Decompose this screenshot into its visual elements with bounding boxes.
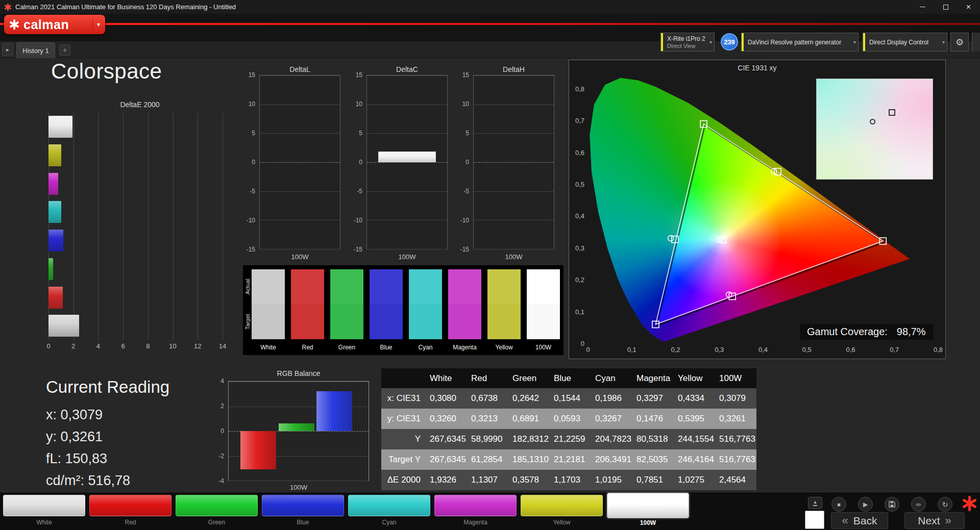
deltae-xaxis: 02468101214 (48, 342, 231, 350)
swatch-label: 100W (524, 344, 563, 351)
reading-cdm2: cd/m²: 516,78 (46, 470, 169, 492)
add-tab-button[interactable]: + (59, 44, 70, 56)
tab-history-1[interactable]: History 1 (16, 42, 55, 58)
axis-tick-label: 0,4 (758, 346, 768, 354)
pattern-swatch (607, 493, 689, 518)
meter-dropdown[interactable]: X-Rite i1Pro 2 Direct View ▾ (660, 33, 715, 52)
comparator-column-magenta: Magenta (448, 269, 481, 353)
table-cell: 1,1307 (467, 470, 508, 490)
link-button[interactable]: ∞ (911, 497, 926, 512)
table-cell: 0,7851 (632, 470, 674, 490)
cie-xaxis: 00,10,20,30,40,50,60,70,8 (588, 346, 938, 354)
eject-button[interactable]: ▲ (808, 497, 822, 509)
table-cell: 0,4334 (674, 388, 715, 409)
next-button[interactable]: Next » (904, 512, 965, 529)
table-cell: 246,4164 (674, 449, 715, 470)
sidebar-toggle-button[interactable]: ▸ (2, 43, 13, 56)
axis-tick-label: -10 (354, 217, 362, 224)
comparator-row-label: Actual (243, 269, 251, 304)
pattern-preview-window[interactable] (805, 511, 824, 529)
gridline (474, 249, 554, 249)
stop-button[interactable]: ■ (831, 497, 846, 512)
partial-toolbar-button[interactable] (972, 33, 980, 52)
table-cell: 1,0195 (591, 470, 632, 490)
inset-measured-marker (870, 119, 875, 124)
pattern-button-yellow[interactable]: Yellow (521, 495, 603, 526)
column-header (381, 368, 426, 388)
swatch-label: Blue (366, 344, 406, 351)
table-cell: 1,0275 (674, 470, 715, 490)
pattern-button-green[interactable]: Green (176, 495, 258, 526)
table-cell: 0,3578 (508, 470, 550, 490)
axis-tick-label: 4 (220, 377, 224, 385)
pattern-label: Green (176, 519, 258, 526)
row-label: ΔE 2000 (381, 470, 426, 490)
gridline (260, 220, 340, 220)
back-label: Back (853, 515, 877, 527)
play-button[interactable]: ▶ (858, 497, 873, 512)
axis-tick-label: 0,3 (575, 244, 584, 251)
axis-tick-label: 10 (249, 100, 255, 108)
pattern-swatch (434, 495, 517, 516)
gear-icon: ⚙ (955, 37, 964, 48)
brand-red-line (0, 23, 980, 25)
comparator-row-label: Target (243, 305, 251, 339)
mini-plot (473, 75, 554, 249)
refresh-button[interactable]: ↻ (938, 497, 952, 512)
table-cell: 0,3213 (467, 409, 508, 429)
table-cell: 0,3260 (426, 409, 467, 429)
axis-tick-label: 5 (465, 130, 469, 137)
target-swatch (252, 304, 285, 339)
pattern-label: 100W (607, 519, 689, 526)
calman-logo-button[interactable]: calman ▾ (4, 15, 105, 34)
rgb-bar-blue (316, 391, 352, 431)
gridline (198, 113, 198, 340)
pattern-button-100w[interactable]: 100W (607, 495, 689, 526)
display-control-dropdown[interactable]: Direct Display Control ▾ (863, 33, 947, 52)
axis-tick-label: -15 (247, 246, 255, 253)
table-cell: 0,3267 (591, 409, 632, 429)
pattern-generator-dropdown[interactable]: DaVinci Resolve pattern generator ▾ (741, 33, 859, 52)
actual-swatch (252, 269, 285, 304)
settings-button[interactable]: ⚙ (950, 33, 969, 52)
maximize-button[interactable] (934, 0, 957, 14)
display-control-label: Direct Display Control (863, 39, 937, 46)
meter-count-badge[interactable]: 239 (721, 33, 738, 51)
row-label: Target Y (381, 449, 426, 470)
pattern-label: White (3, 519, 85, 526)
minimize-button[interactable] (911, 0, 934, 14)
axis-tick-label: 5 (252, 130, 255, 137)
gridline (474, 105, 554, 105)
cie-chart-title: CIE 1931 xy (569, 64, 945, 72)
axis-label: 100W (366, 253, 448, 261)
table-cell: 82,5035 (632, 449, 674, 470)
gridline (260, 133, 340, 134)
swatch-label: Red (288, 344, 327, 351)
save-icon (889, 501, 895, 508)
close-button[interactable]: × (957, 0, 980, 14)
pattern-button-magenta[interactable]: Magenta (434, 495, 517, 526)
pattern-button-white[interactable]: White (3, 495, 85, 526)
deltae-bar-blue (48, 230, 63, 251)
table-cell: 0,6891 (508, 409, 550, 429)
save-button[interactable] (885, 497, 899, 512)
column-header: Cyan (591, 368, 632, 388)
pattern-button-blue[interactable]: Blue (262, 495, 344, 526)
axis-tick-label: 0,1 (627, 346, 636, 354)
back-button[interactable]: « Back (831, 512, 888, 529)
axis-tick-label: 8 (146, 342, 150, 350)
target-swatch (527, 304, 560, 339)
table-row: Target Y267,634561,2854185,131021,218120… (381, 449, 756, 470)
axis-tick-label: 0,7 (575, 117, 584, 124)
pattern-button-red[interactable]: Red (89, 495, 172, 526)
pattern-swatch (262, 495, 344, 516)
window-title: Calman 2021 Calman Ultimate for Business… (15, 3, 236, 11)
axis-tick-label: 0,6 (846, 346, 855, 354)
gridline (367, 191, 447, 192)
gridline (229, 481, 369, 481)
pattern-button-cyan[interactable]: Cyan (348, 495, 430, 526)
table-cell: 58,9990 (467, 429, 508, 449)
gridline (223, 113, 223, 340)
target-swatch (487, 304, 521, 339)
axis-tick-label: 0,2 (671, 346, 680, 354)
